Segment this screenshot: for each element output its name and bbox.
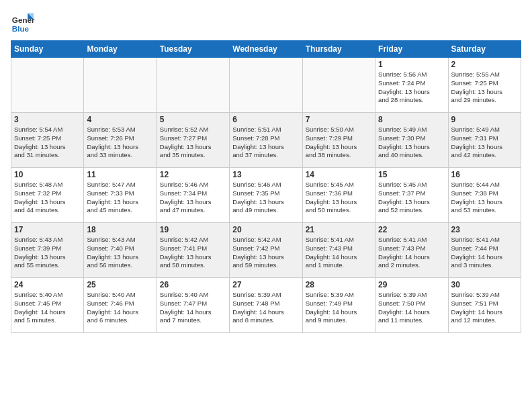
day-info: Sunrise: 5:46 AM Sunset: 7:34 PM Dayligh…: [160, 181, 226, 215]
day-number: 8: [378, 115, 445, 124]
day-number: 28: [306, 280, 372, 289]
day-number: 2: [451, 60, 518, 69]
day-cell: 13Sunrise: 5:46 AM Sunset: 7:35 PM Dayli…: [230, 168, 302, 223]
day-cell: 30Sunrise: 5:39 AM Sunset: 7:51 PM Dayli…: [448, 278, 521, 333]
day-cell: 16Sunrise: 5:44 AM Sunset: 7:38 PM Dayli…: [448, 168, 521, 223]
day-number: 25: [87, 280, 153, 289]
day-cell: 27Sunrise: 5:39 AM Sunset: 7:48 PM Dayli…: [230, 278, 302, 333]
day-info: Sunrise: 5:56 AM Sunset: 7:24 PM Dayligh…: [378, 71, 445, 105]
day-cell: 8Sunrise: 5:49 AM Sunset: 7:30 PM Daylig…: [375, 113, 448, 168]
day-number: 24: [14, 280, 81, 289]
day-info: Sunrise: 5:43 AM Sunset: 7:40 PM Dayligh…: [87, 236, 153, 270]
day-number: 23: [451, 225, 518, 234]
day-number: 9: [451, 115, 518, 124]
day-cell: 20Sunrise: 5:42 AM Sunset: 7:42 PM Dayli…: [230, 223, 302, 278]
day-info: Sunrise: 5:49 AM Sunset: 7:31 PM Dayligh…: [451, 126, 518, 160]
day-number: 3: [14, 115, 81, 124]
day-number: 15: [378, 170, 445, 179]
week-row-5: 24Sunrise: 5:40 AM Sunset: 7:45 PM Dayli…: [11, 278, 521, 333]
day-number: 27: [232, 280, 299, 289]
day-header-monday: Monday: [84, 41, 157, 58]
day-number: 6: [232, 115, 299, 124]
day-number: 30: [451, 280, 518, 289]
day-info: Sunrise: 5:39 AM Sunset: 7:49 PM Dayligh…: [306, 291, 372, 325]
day-info: Sunrise: 5:39 AM Sunset: 7:51 PM Dayligh…: [451, 291, 518, 325]
day-cell: 24Sunrise: 5:40 AM Sunset: 7:45 PM Dayli…: [11, 278, 84, 333]
day-info: Sunrise: 5:47 AM Sunset: 7:33 PM Dayligh…: [87, 181, 153, 215]
day-cell: 19Sunrise: 5:42 AM Sunset: 7:41 PM Dayli…: [157, 223, 229, 278]
week-row-4: 17Sunrise: 5:43 AM Sunset: 7:39 PM Dayli…: [11, 223, 521, 278]
header: General Blue: [11, 11, 521, 35]
day-number: 17: [14, 225, 81, 234]
day-cell: [84, 58, 157, 113]
day-cell: 23Sunrise: 5:41 AM Sunset: 7:44 PM Dayli…: [448, 223, 521, 278]
day-info: Sunrise: 5:51 AM Sunset: 7:28 PM Dayligh…: [232, 126, 299, 160]
week-row-3: 10Sunrise: 5:48 AM Sunset: 7:32 PM Dayli…: [11, 168, 521, 223]
day-number: 7: [306, 115, 372, 124]
day-cell: 11Sunrise: 5:47 AM Sunset: 7:33 PM Dayli…: [84, 168, 157, 223]
day-info: Sunrise: 5:43 AM Sunset: 7:39 PM Dayligh…: [14, 236, 81, 270]
day-info: Sunrise: 5:46 AM Sunset: 7:35 PM Dayligh…: [232, 181, 299, 215]
day-cell: 10Sunrise: 5:48 AM Sunset: 7:32 PM Dayli…: [11, 168, 84, 223]
day-cell: 17Sunrise: 5:43 AM Sunset: 7:39 PM Dayli…: [11, 223, 84, 278]
day-cell: 9Sunrise: 5:49 AM Sunset: 7:31 PM Daylig…: [448, 113, 521, 168]
day-info: Sunrise: 5:39 AM Sunset: 7:48 PM Dayligh…: [232, 291, 299, 325]
day-number: 10: [14, 170, 81, 179]
svg-text:Blue: Blue: [12, 24, 30, 33]
day-header-wednesday: Wednesday: [230, 41, 302, 58]
day-info: Sunrise: 5:49 AM Sunset: 7:30 PM Dayligh…: [378, 126, 445, 160]
day-cell: 22Sunrise: 5:41 AM Sunset: 7:43 PM Dayli…: [375, 223, 448, 278]
day-cell: 2Sunrise: 5:55 AM Sunset: 7:25 PM Daylig…: [448, 58, 521, 113]
day-cell: [11, 58, 84, 113]
day-cell: 29Sunrise: 5:39 AM Sunset: 7:50 PM Dayli…: [375, 278, 448, 333]
day-info: Sunrise: 5:40 AM Sunset: 7:47 PM Dayligh…: [160, 291, 226, 325]
day-cell: 28Sunrise: 5:39 AM Sunset: 7:49 PM Dayli…: [302, 278, 375, 333]
day-info: Sunrise: 5:41 AM Sunset: 7:43 PM Dayligh…: [378, 236, 445, 270]
day-number: 16: [451, 170, 518, 179]
day-cell: 6Sunrise: 5:51 AM Sunset: 7:28 PM Daylig…: [230, 113, 302, 168]
day-number: 20: [232, 225, 299, 234]
day-number: 12: [160, 170, 226, 179]
day-info: Sunrise: 5:41 AM Sunset: 7:43 PM Dayligh…: [306, 236, 372, 270]
day-cell: [302, 58, 375, 113]
day-header-friday: Friday: [375, 41, 448, 58]
day-header-saturday: Saturday: [448, 41, 521, 58]
day-number: 18: [87, 225, 153, 234]
day-header-thursday: Thursday: [302, 41, 375, 58]
day-number: 19: [160, 225, 226, 234]
day-header-tuesday: Tuesday: [157, 41, 229, 58]
day-info: Sunrise: 5:42 AM Sunset: 7:42 PM Dayligh…: [232, 236, 299, 270]
day-number: 14: [306, 170, 372, 179]
day-info: Sunrise: 5:50 AM Sunset: 7:29 PM Dayligh…: [306, 126, 372, 160]
day-number: 5: [160, 115, 226, 124]
day-number: 29: [378, 280, 445, 289]
day-cell: [157, 58, 229, 113]
day-number: 22: [378, 225, 445, 234]
day-number: 26: [160, 280, 226, 289]
day-cell: 3Sunrise: 5:54 AM Sunset: 7:25 PM Daylig…: [11, 113, 84, 168]
day-number: 13: [232, 170, 299, 179]
day-info: Sunrise: 5:53 AM Sunset: 7:26 PM Dayligh…: [87, 126, 153, 160]
day-info: Sunrise: 5:44 AM Sunset: 7:38 PM Dayligh…: [451, 181, 518, 215]
day-cell: 4Sunrise: 5:53 AM Sunset: 7:26 PM Daylig…: [84, 113, 157, 168]
day-cell: [230, 58, 302, 113]
day-header-sunday: Sunday: [11, 41, 84, 58]
header-row: SundayMondayTuesdayWednesdayThursdayFrid…: [11, 41, 521, 58]
day-info: Sunrise: 5:54 AM Sunset: 7:25 PM Dayligh…: [14, 126, 81, 160]
day-cell: 12Sunrise: 5:46 AM Sunset: 7:34 PM Dayli…: [157, 168, 229, 223]
day-info: Sunrise: 5:42 AM Sunset: 7:41 PM Dayligh…: [160, 236, 226, 270]
day-cell: 1Sunrise: 5:56 AM Sunset: 7:24 PM Daylig…: [375, 58, 448, 113]
day-cell: 21Sunrise: 5:41 AM Sunset: 7:43 PM Dayli…: [302, 223, 375, 278]
day-cell: 14Sunrise: 5:45 AM Sunset: 7:36 PM Dayli…: [302, 168, 375, 223]
week-row-2: 3Sunrise: 5:54 AM Sunset: 7:25 PM Daylig…: [11, 113, 521, 168]
calendar: SundayMondayTuesdayWednesdayThursdayFrid…: [11, 40, 521, 333]
day-info: Sunrise: 5:41 AM Sunset: 7:44 PM Dayligh…: [451, 236, 518, 270]
day-info: Sunrise: 5:55 AM Sunset: 7:25 PM Dayligh…: [451, 71, 518, 105]
day-cell: 7Sunrise: 5:50 AM Sunset: 7:29 PM Daylig…: [302, 113, 375, 168]
day-info: Sunrise: 5:45 AM Sunset: 7:37 PM Dayligh…: [378, 181, 445, 215]
day-info: Sunrise: 5:45 AM Sunset: 7:36 PM Dayligh…: [306, 181, 372, 215]
day-info: Sunrise: 5:40 AM Sunset: 7:45 PM Dayligh…: [14, 291, 81, 325]
day-cell: 25Sunrise: 5:40 AM Sunset: 7:46 PM Dayli…: [84, 278, 157, 333]
logo-icon: General Blue: [11, 11, 35, 35]
day-number: 1: [378, 60, 445, 69]
